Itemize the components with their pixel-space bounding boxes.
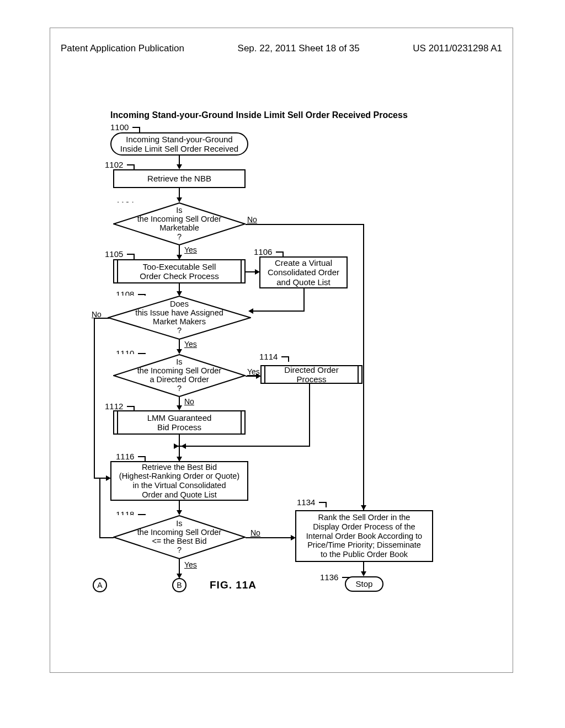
header-left: Patent Application Publication [61,43,184,54]
connector-b: B [172,578,186,592]
node-1134: Rank the Sell Order in theDisplay Order … [295,510,433,562]
page-header: Patent Application Publication Sep. 22, … [61,43,502,54]
ref-1134: 1134 [297,497,315,507]
node-1112: LMM GuaranteedBid Process [113,410,246,435]
ref-1116: 1116 [116,452,134,461]
node-stop: Stop [345,576,383,592]
node-1108: Doesthis Issue have AssignedMarket Maker… [108,296,251,340]
node-1102: Retrieve the NBB [113,169,246,188]
node-1114: Directed Order Process [260,365,363,384]
node-1118: Isthe Incoming Sell Order<= the Best Bid… [113,515,246,559]
branch-no: No [247,215,257,224]
diagram-title: Incoming Stand-your-Ground Inside Limit … [110,110,408,120]
branch-yes: Yes [184,245,197,254]
ref-1106: 1106 [254,247,272,256]
connector-a: A [93,578,107,592]
ref-1105: 1105 [105,249,123,259]
node-1116: Retrieve the Best Bid(Highest-Ranking Or… [110,461,248,501]
branch-no: No [250,528,260,537]
figure-label: FIG. 11A [210,579,257,591]
node-1105: Too-Executable SellOrder Check Process [113,259,246,283]
header-right: US 2011/0231298 A1 [413,43,502,54]
ref-1136: 1136 [320,572,338,582]
branch-yes: Yes [184,340,197,349]
ref-1100: 1100 [110,122,129,132]
branch-no: No [184,397,194,406]
node-1104: Isthe Incoming Sell OrderMarketable? [113,202,246,245]
branch-yes: Yes [184,560,197,569]
ref-1112: 1112 [105,402,123,411]
node-start: Incoming Stand-your-GroundInside Limit S… [110,132,248,156]
node-1110: Isthe Incoming Sell Ordera Directed Orde… [113,354,246,397]
node-1106: Create a VirtualConsolidated Orderand Qu… [259,256,348,288]
header-center: Sep. 22, 2011 Sheet 18 of 35 [238,43,360,54]
ref-1114: 1114 [259,352,278,361]
flowchart: Incoming Stand-your-Ground Inside Limit … [88,110,486,656]
ref-1102: 1102 [105,160,123,169]
